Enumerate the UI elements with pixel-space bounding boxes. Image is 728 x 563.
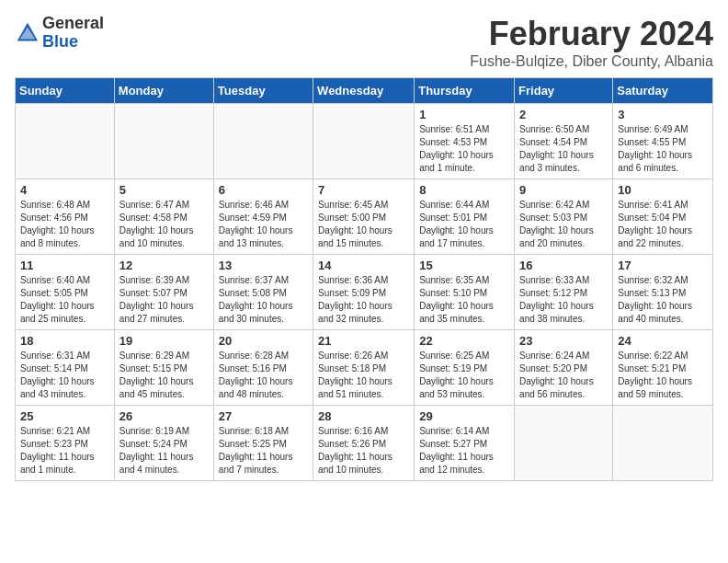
calendar-cell: 3Sunrise: 6:49 AM Sunset: 4:55 PM Daylig…	[613, 104, 713, 179]
day-number: 11	[20, 259, 109, 272]
day-number: 23	[519, 334, 608, 348]
calendar-cell: 22Sunrise: 6:25 AM Sunset: 5:19 PM Dayli…	[415, 330, 515, 406]
day-info: Sunrise: 6:37 AM Sunset: 5:08 PM Dayligh…	[219, 274, 308, 326]
calendar-body: 1Sunrise: 6:51 AM Sunset: 4:53 PM Daylig…	[16, 104, 713, 481]
title-area: February 2024 Fushe-Bulqize, Diber Count…	[470, 15, 713, 70]
day-number: 1	[419, 108, 509, 121]
day-number: 3	[618, 108, 708, 121]
logo-text: General Blue	[42, 15, 104, 52]
day-info: Sunrise: 6:49 AM Sunset: 4:55 PM Dayligh…	[618, 123, 708, 175]
header-row: Sunday Monday Tuesday Wednesday Thursday…	[16, 78, 713, 104]
col-friday: Friday	[515, 78, 613, 104]
calendar-cell: 26Sunrise: 6:19 AM Sunset: 5:24 PM Dayli…	[114, 406, 213, 481]
day-info: Sunrise: 6:39 AM Sunset: 5:07 PM Dayligh…	[119, 274, 209, 326]
day-info: Sunrise: 6:47 AM Sunset: 4:58 PM Dayligh…	[119, 199, 209, 250]
day-info: Sunrise: 6:48 AM Sunset: 4:56 PM Dayligh…	[20, 199, 109, 250]
calendar-cell: 23Sunrise: 6:24 AM Sunset: 5:20 PM Dayli…	[515, 330, 613, 406]
calendar-cell: 16Sunrise: 6:33 AM Sunset: 5:12 PM Dayli…	[515, 255, 613, 330]
calendar-cell: 1Sunrise: 6:51 AM Sunset: 4:53 PM Daylig…	[415, 104, 515, 179]
day-number: 18	[20, 334, 109, 348]
day-number: 6	[219, 183, 308, 197]
day-info: Sunrise: 6:31 AM Sunset: 5:14 PM Dayligh…	[20, 350, 109, 401]
col-wednesday: Wednesday	[313, 78, 415, 104]
calendar-week-2: 4Sunrise: 6:48 AM Sunset: 4:56 PM Daylig…	[16, 179, 713, 255]
day-number: 2	[519, 108, 608, 121]
month-title: February 2024	[470, 15, 713, 53]
day-number: 13	[219, 259, 308, 272]
calendar-cell: 25Sunrise: 6:21 AM Sunset: 5:23 PM Dayli…	[16, 406, 115, 481]
day-info: Sunrise: 6:42 AM Sunset: 5:03 PM Dayligh…	[519, 199, 608, 250]
calendar-cell: 17Sunrise: 6:32 AM Sunset: 5:13 PM Dayli…	[613, 255, 713, 330]
day-number: 28	[318, 409, 409, 423]
calendar-cell: 8Sunrise: 6:44 AM Sunset: 5:01 PM Daylig…	[415, 179, 515, 255]
day-info: Sunrise: 6:25 AM Sunset: 5:19 PM Dayligh…	[419, 350, 509, 401]
calendar-week-3: 11Sunrise: 6:40 AM Sunset: 5:05 PM Dayli…	[16, 255, 713, 330]
calendar-cell: 4Sunrise: 6:48 AM Sunset: 4:56 PM Daylig…	[16, 179, 115, 255]
day-number: 26	[119, 409, 209, 423]
day-info: Sunrise: 6:24 AM Sunset: 5:20 PM Dayligh…	[519, 350, 608, 401]
logo: General Blue	[15, 15, 104, 52]
day-info: Sunrise: 6:46 AM Sunset: 4:59 PM Dayligh…	[219, 199, 308, 250]
calendar-header: Sunday Monday Tuesday Wednesday Thursday…	[16, 78, 713, 104]
logo-icon	[15, 20, 40, 46]
calendar-week-5: 25Sunrise: 6:21 AM Sunset: 5:23 PM Dayli…	[16, 406, 713, 481]
day-number: 19	[119, 334, 209, 348]
calendar-cell: 20Sunrise: 6:28 AM Sunset: 5:16 PM Dayli…	[213, 330, 313, 406]
day-number: 4	[20, 183, 109, 197]
calendar-cell	[515, 406, 613, 481]
day-info: Sunrise: 6:16 AM Sunset: 5:26 PM Dayligh…	[318, 425, 409, 477]
day-info: Sunrise: 6:26 AM Sunset: 5:18 PM Dayligh…	[318, 350, 409, 401]
day-info: Sunrise: 6:44 AM Sunset: 5:01 PM Dayligh…	[419, 199, 509, 250]
calendar-cell: 28Sunrise: 6:16 AM Sunset: 5:26 PM Dayli…	[313, 406, 415, 481]
calendar-cell: 18Sunrise: 6:31 AM Sunset: 5:14 PM Dayli…	[16, 330, 115, 406]
calendar-cell	[16, 104, 115, 179]
day-info: Sunrise: 6:14 AM Sunset: 5:27 PM Dayligh…	[419, 425, 509, 477]
calendar-week-4: 18Sunrise: 6:31 AM Sunset: 5:14 PM Dayli…	[16, 330, 713, 406]
calendar-cell: 14Sunrise: 6:36 AM Sunset: 5:09 PM Dayli…	[313, 255, 415, 330]
calendar-cell: 9Sunrise: 6:42 AM Sunset: 5:03 PM Daylig…	[515, 179, 613, 255]
calendar-cell: 12Sunrise: 6:39 AM Sunset: 5:07 PM Dayli…	[114, 255, 213, 330]
calendar-cell: 13Sunrise: 6:37 AM Sunset: 5:08 PM Dayli…	[213, 255, 313, 330]
day-number: 10	[618, 183, 708, 197]
day-info: Sunrise: 6:28 AM Sunset: 5:16 PM Dayligh…	[219, 350, 308, 401]
calendar-cell: 11Sunrise: 6:40 AM Sunset: 5:05 PM Dayli…	[16, 255, 115, 330]
calendar-cell	[313, 104, 415, 179]
day-info: Sunrise: 6:33 AM Sunset: 5:12 PM Dayligh…	[519, 274, 608, 326]
calendar-cell: 10Sunrise: 6:41 AM Sunset: 5:04 PM Dayli…	[613, 179, 713, 255]
day-info: Sunrise: 6:41 AM Sunset: 5:04 PM Dayligh…	[618, 199, 708, 250]
col-monday: Monday	[114, 78, 213, 104]
day-number: 12	[119, 259, 209, 272]
calendar-cell: 15Sunrise: 6:35 AM Sunset: 5:10 PM Dayli…	[415, 255, 515, 330]
day-info: Sunrise: 6:35 AM Sunset: 5:10 PM Dayligh…	[419, 274, 509, 326]
day-number: 17	[618, 259, 708, 272]
day-info: Sunrise: 6:22 AM Sunset: 5:21 PM Dayligh…	[618, 350, 708, 401]
day-number: 27	[219, 409, 308, 423]
day-number: 16	[519, 259, 608, 272]
day-info: Sunrise: 6:18 AM Sunset: 5:25 PM Dayligh…	[219, 425, 308, 477]
calendar-cell: 2Sunrise: 6:50 AM Sunset: 4:54 PM Daylig…	[515, 104, 613, 179]
calendar-cell: 24Sunrise: 6:22 AM Sunset: 5:21 PM Dayli…	[613, 330, 713, 406]
day-number: 14	[318, 259, 409, 272]
calendar-cell: 6Sunrise: 6:46 AM Sunset: 4:59 PM Daylig…	[213, 179, 313, 255]
calendar-cell: 29Sunrise: 6:14 AM Sunset: 5:27 PM Dayli…	[415, 406, 515, 481]
day-info: Sunrise: 6:29 AM Sunset: 5:15 PM Dayligh…	[119, 350, 209, 401]
col-tuesday: Tuesday	[213, 78, 313, 104]
col-sunday: Sunday	[16, 78, 115, 104]
logo-blue-text: Blue	[42, 33, 104, 52]
calendar-cell	[114, 104, 213, 179]
day-info: Sunrise: 6:32 AM Sunset: 5:13 PM Dayligh…	[618, 274, 708, 326]
day-number: 8	[419, 183, 509, 197]
day-info: Sunrise: 6:45 AM Sunset: 5:00 PM Dayligh…	[318, 199, 409, 250]
day-info: Sunrise: 6:40 AM Sunset: 5:05 PM Dayligh…	[20, 274, 109, 326]
day-number: 24	[618, 334, 708, 348]
day-number: 22	[419, 334, 509, 348]
calendar-table: Sunday Monday Tuesday Wednesday Thursday…	[15, 77, 713, 481]
calendar-cell	[213, 104, 313, 179]
col-thursday: Thursday	[415, 78, 515, 104]
day-number: 29	[419, 409, 509, 423]
col-saturday: Saturday	[613, 78, 713, 104]
calendar-cell: 19Sunrise: 6:29 AM Sunset: 5:15 PM Dayli…	[114, 330, 213, 406]
day-number: 7	[318, 183, 409, 197]
day-number: 21	[318, 334, 409, 348]
day-number: 20	[219, 334, 308, 348]
